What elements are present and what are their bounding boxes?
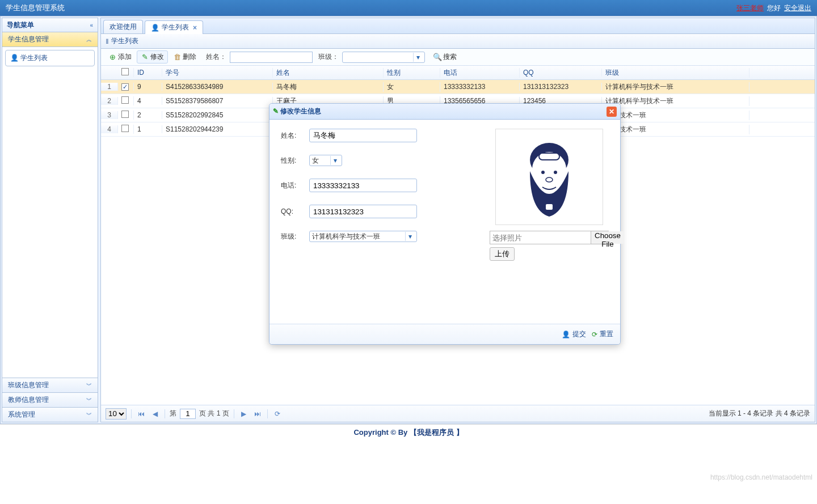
last-page-button[interactable]: ⏭ <box>252 409 263 419</box>
sidebar-section-classes[interactable]: 班级信息管理 ︾ <box>2 378 98 393</box>
cell-sno: S51528379586807 <box>162 97 273 105</box>
sex-select[interactable]: 女 ▾ <box>309 155 342 166</box>
sidebar-section-label: 学生信息管理 <box>8 35 49 44</box>
name-label: 姓名： <box>206 52 226 62</box>
class-filter-combo[interactable]: ▾ <box>342 52 425 63</box>
person-icon: 👤 <box>151 24 159 32</box>
btn-label: 提交 <box>572 329 586 339</box>
rownum: 4 <box>101 125 118 133</box>
sidebar-title-label: 导航菜单 <box>7 20 34 30</box>
col-tel[interactable]: 电话 <box>440 68 520 78</box>
tab-welcome[interactable]: 欢迎使用 <box>103 20 143 33</box>
page-input[interactable] <box>180 409 196 419</box>
add-button[interactable]: ⊕ 添加 <box>104 50 136 63</box>
tab-student-list[interactable]: 👤 学生列表 × <box>145 20 203 34</box>
name-input[interactable] <box>309 129 417 142</box>
prev-page-button[interactable]: ◀ <box>150 409 160 419</box>
chevron-down-icon: ︾ <box>86 411 92 419</box>
tel-input[interactable] <box>309 179 417 192</box>
edit-button[interactable]: ✎ 修改 <box>137 50 168 63</box>
sex-label: 性别: <box>281 156 309 166</box>
chevron-down-icon: ︾ <box>86 382 92 389</box>
pencil-icon: ✎ <box>273 107 279 115</box>
photo-preview <box>495 129 603 225</box>
sidebar-body: 👤 学生列表 <box>2 47 98 378</box>
pager: 10 ⏮ ◀ 第 页 共 1 页 ▶ ⏭ ⟳ 当前显示 1 - 4 条记录 共 … <box>101 405 815 422</box>
upload-button[interactable]: 上传 <box>490 247 515 261</box>
svg-point-4 <box>554 171 557 174</box>
svg-rect-2 <box>539 153 559 160</box>
collapse-icon[interactable]: « <box>90 22 93 28</box>
nav-student-list[interactable]: 👤 学生列表 <box>5 50 95 66</box>
col-class[interactable]: 班级 <box>602 68 749 78</box>
table-row[interactable]: 19S41528633634989马冬梅女1333333213313131313… <box>101 80 815 94</box>
file-path-input[interactable] <box>490 231 591 244</box>
delete-button[interactable]: 🗑 删除 <box>169 50 200 63</box>
tel-label: 电话: <box>281 181 309 190</box>
col-id[interactable]: ID <box>134 69 162 77</box>
reset-button[interactable]: ⟳ 重置 <box>592 329 613 339</box>
cell-sex: 女 <box>384 82 440 92</box>
tab-label: 学生列表 <box>162 23 189 32</box>
sidebar-section-system[interactable]: 系统管理 ︾ <box>2 408 98 422</box>
checkbox-icon <box>121 96 129 104</box>
row-check[interactable] <box>118 83 134 91</box>
separator <box>131 409 132 418</box>
sidebar-title: 导航菜单 « <box>2 18 98 32</box>
class-select[interactable]: 计算机科学与技术一班 ▾ <box>309 231 417 242</box>
current-user[interactable]: 张三老师 <box>736 3 764 13</box>
checkall-cell[interactable] <box>118 68 134 77</box>
logout-link[interactable]: 安全退出 <box>784 3 811 13</box>
separator <box>165 409 165 418</box>
close-icon[interactable]: × <box>193 24 197 32</box>
dialog-title: 修改学生信息 <box>280 107 321 115</box>
pager-info: 当前显示 1 - 4 条记录 共 4 条记录 <box>709 409 810 418</box>
chevron-up-icon: ︽ <box>86 36 92 44</box>
dialog-body: 姓名: 性别: 女 ▾ 电话: QQ <box>269 120 620 324</box>
trash-icon: 🗑 <box>173 53 181 61</box>
chevron-down-icon: ▾ <box>330 156 339 165</box>
row-check[interactable] <box>118 96 134 105</box>
cell-qq: 131313132323 <box>520 83 602 91</box>
qq-label: QQ: <box>281 207 309 215</box>
app-header: 学生信息管理系统 张三老师 您好 安全退出 <box>0 0 817 16</box>
dialog-header[interactable]: ✎ 修改学生信息 ✕ <box>269 104 620 120</box>
first-page-button[interactable]: ⏮ <box>136 409 146 419</box>
col-qq[interactable]: QQ <box>520 69 602 77</box>
panel-subtitle: ⁞⁞ 学生列表 <box>101 34 815 49</box>
sidebar-section-label: 班级信息管理 <box>8 380 49 390</box>
cell-name: 马冬梅 <box>273 82 384 92</box>
rownum: 2 <box>101 97 118 105</box>
sidebar: 导航菜单 « 学生信息管理 ︽ 👤 学生列表 班级信息管理 ︾ 教师信息管理 ︾… <box>2 18 98 422</box>
pager-left: 10 ⏮ ◀ 第 页 共 1 页 ▶ ⏭ ⟳ <box>106 408 283 420</box>
chevron-down-icon: ︾ <box>86 396 92 404</box>
qq-input[interactable] <box>309 205 417 218</box>
class-label: 班级: <box>281 232 309 242</box>
pager-label: 第 <box>170 409 176 418</box>
search-button[interactable]: 🔍 搜索 <box>429 50 461 63</box>
plus-icon: ⊕ <box>108 53 116 61</box>
page-size-select[interactable]: 10 <box>106 408 127 420</box>
btn-label: 添加 <box>118 52 132 62</box>
next-page-button[interactable]: ▶ <box>239 409 249 419</box>
name-filter-input[interactable] <box>230 52 313 63</box>
choose-file-button[interactable]: Choose File <box>591 231 624 244</box>
sidebar-section-students[interactable]: 学生信息管理 ︽ <box>2 32 98 47</box>
app-title: 学生信息管理系统 <box>6 3 65 13</box>
col-sex[interactable]: 性别 <box>384 68 440 78</box>
row-check[interactable] <box>118 125 134 134</box>
combo-text: 女 <box>312 156 319 166</box>
col-sno[interactable]: 学号 <box>162 68 273 78</box>
header-right: 张三老师 您好 安全退出 <box>736 3 811 13</box>
refresh-button[interactable]: ⟳ <box>272 409 283 419</box>
cell-tel: 13333332133 <box>440 83 520 91</box>
cell-id: 4 <box>134 97 162 105</box>
sidebar-section-label: 系统管理 <box>8 410 35 420</box>
dialog-close-button[interactable]: ✕ <box>607 107 617 117</box>
rownum: 3 <box>101 111 118 119</box>
sidebar-section-teachers[interactable]: 教师信息管理 ︾ <box>2 393 98 408</box>
tab-label: 欢迎使用 <box>110 22 137 32</box>
submit-button[interactable]: 👤 提交 <box>562 329 586 339</box>
col-name[interactable]: 姓名 <box>273 68 384 78</box>
row-check[interactable] <box>118 111 134 120</box>
